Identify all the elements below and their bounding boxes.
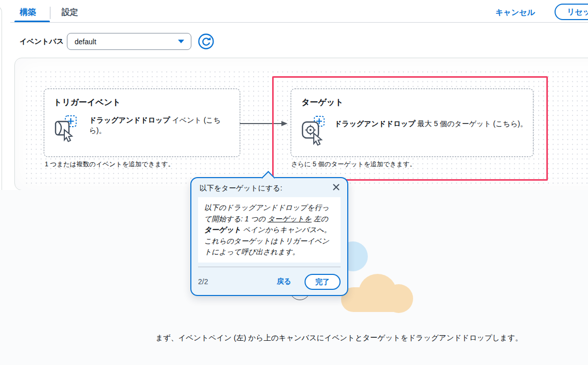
trigger-dropzone-text: ドラッグアンドドロップ イベント (こちら)。 bbox=[89, 115, 237, 135]
trigger-dropzone-caption: 1 つまたは複数のイベントを追加できます。 bbox=[45, 160, 174, 169]
target-highlight-outline bbox=[272, 76, 548, 181]
trigger-drag-bold: ドラッグアンドドロップ bbox=[89, 116, 170, 124]
canvas-hint-text: まず、イベントペイン (左) から上のキャンバスにイベントとターゲットをドラッグ… bbox=[14, 333, 588, 343]
event-bus-selected-value: default bbox=[75, 38, 96, 46]
popover-body-underlined: ターゲットを bbox=[268, 215, 312, 223]
target-tutorial-popover: 以下をターゲットにする: 以下のドラッグアンドドロップを行って開始する: 1 つ… bbox=[190, 177, 348, 296]
popover-footer: 2/2 戻る 完了 bbox=[198, 271, 341, 292]
trigger-dropzone-title: トリガーイベント bbox=[54, 97, 121, 108]
popover-body-bold: ターゲット bbox=[204, 225, 241, 234]
step-indicator: 2/2 bbox=[198, 277, 208, 286]
cloud-icon bbox=[341, 287, 408, 312]
close-button[interactable] bbox=[330, 182, 342, 194]
popover-body-text: 以下のドラッグアンドドロップを行って開始する: 1 つの ターゲットを 左の タ… bbox=[198, 197, 341, 263]
close-icon bbox=[332, 183, 340, 193]
tab-build[interactable]: 構築 bbox=[20, 7, 36, 18]
reset-button[interactable]: リセット bbox=[555, 4, 588, 20]
popover-body-p2: 左の bbox=[312, 215, 328, 223]
chevron-down-icon bbox=[178, 40, 184, 43]
done-button[interactable]: 完了 bbox=[305, 274, 341, 290]
event-bus-label: イベントバス bbox=[20, 37, 64, 46]
refresh-button[interactable] bbox=[198, 33, 215, 50]
cancel-button[interactable]: キャンセル bbox=[495, 8, 535, 18]
drag-drop-event-icon bbox=[51, 113, 78, 146]
popover-title: 以下をターゲットにする: bbox=[200, 184, 282, 193]
eventbridge-sandbox-screen: 構築 設定 キャンセル リセット イベントバス default トリガーイベント bbox=[0, 0, 588, 365]
trigger-event-dropzone[interactable]: トリガーイベント ドラッグアンドドロップ イベント (こちら)。 bbox=[44, 89, 240, 157]
back-button[interactable]: 戻る bbox=[277, 277, 291, 286]
tabs-bottom-rule bbox=[10, 22, 588, 23]
tab-settings[interactable]: 設定 bbox=[62, 7, 78, 18]
event-bus-select[interactable]: default bbox=[67, 33, 191, 50]
popover-divider bbox=[198, 267, 341, 267]
tab-divider bbox=[50, 7, 50, 19]
refresh-icon bbox=[198, 44, 215, 51]
